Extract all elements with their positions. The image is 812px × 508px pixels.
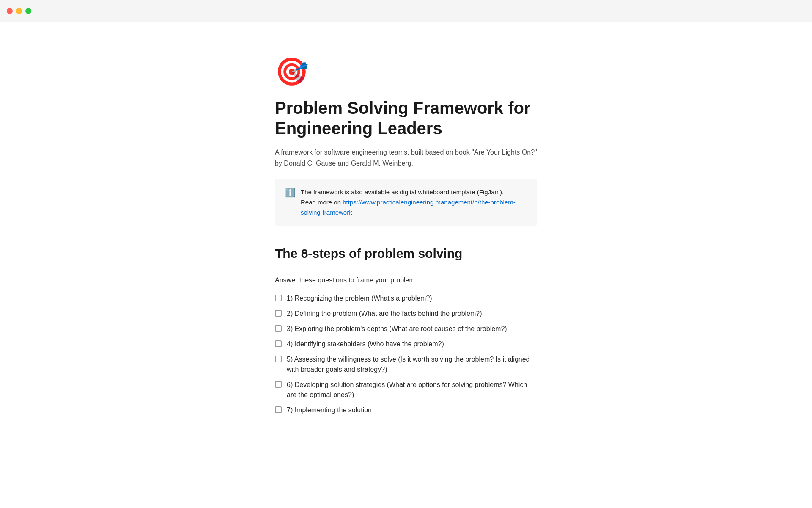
checkbox-7[interactable] [275, 406, 282, 413]
checklist-item-text: 3) Exploring the problem's depths (What … [287, 324, 537, 334]
section-divider [275, 268, 537, 268]
minimize-button[interactable] [16, 8, 22, 14]
maximize-button[interactable] [25, 8, 31, 14]
checklist-item-text: 2) Defining the problem (What are the fa… [287, 309, 537, 319]
checkbox-2[interactable] [275, 310, 282, 317]
checklist-item: 7) Implementing the solution [275, 403, 537, 418]
info-line2-prefix: Read more on [301, 199, 343, 206]
info-box: ℹ️ The framework is also available as di… [275, 179, 537, 226]
checkbox-6[interactable] [275, 381, 282, 388]
checklist-item-text: 6) Developing solution strategies (What … [287, 380, 537, 400]
checklist-item: 6) Developing solution strategies (What … [275, 377, 537, 403]
main-content: 🎯 Problem Solving Framework for Engineer… [258, 22, 554, 452]
checkbox-5[interactable] [275, 356, 282, 362]
checkbox-1[interactable] [275, 295, 282, 301]
close-button[interactable] [7, 8, 13, 14]
info-icon: ℹ️ [285, 188, 296, 198]
checklist-item: 4) Identifying stakeholders (Who have th… [275, 337, 537, 352]
checklist-item-text: 1) Recognizing the problem (What's a pro… [287, 293, 537, 304]
section-intro: Answer these questions to frame your pro… [275, 276, 537, 284]
checklist-item: 3) Exploring the problem's depths (What … [275, 321, 537, 337]
checklist-item: 1) Recognizing the problem (What's a pro… [275, 291, 537, 306]
checklist-item: 2) Defining the problem (What are the fa… [275, 306, 537, 321]
checklist-item-text: 7) Implementing the solution [287, 405, 537, 415]
page-icon: 🎯 [275, 56, 537, 88]
info-line1: The framework is also available as digit… [301, 188, 504, 196]
checkbox-4[interactable] [275, 340, 282, 347]
checkbox-3[interactable] [275, 325, 282, 332]
info-box-text: The framework is also available as digit… [301, 187, 527, 218]
section-title: The 8-steps of problem solving [275, 246, 537, 261]
checklist-item: 5) Assessing the willingness to solve (I… [275, 352, 537, 377]
checklist-item-text: 4) Identifying stakeholders (Who have th… [287, 339, 537, 349]
checklist: 1) Recognizing the problem (What's a pro… [275, 291, 537, 418]
page-title: Problem Solving Framework for Engineerin… [275, 98, 537, 138]
page-description: A framework for software engineering tea… [275, 147, 537, 168]
checklist-item-text: 5) Assessing the willingness to solve (I… [287, 354, 537, 375]
titlebar [0, 0, 812, 22]
